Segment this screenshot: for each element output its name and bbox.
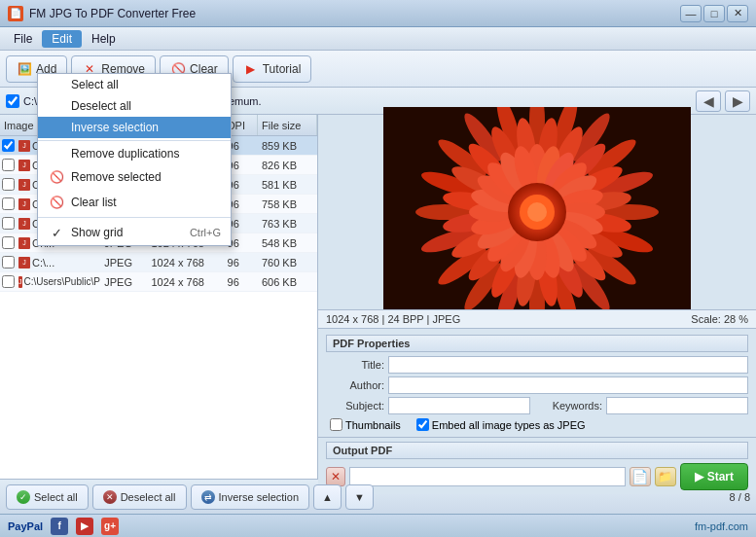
subject-input[interactable]	[388, 397, 530, 414]
row-checkbox[interactable]	[2, 217, 15, 230]
title-label: Title:	[326, 359, 384, 371]
output-folder-button[interactable]: 📁	[655, 467, 676, 486]
props-checks: Thumbnails Embed all image types as JPEG	[326, 418, 748, 431]
preview-panel: 1024 x 768 | 24 BPP | JPEG Scale: 28 % P…	[318, 115, 756, 479]
row-checkbox[interactable]	[2, 275, 15, 288]
website-url[interactable]: fm-pdf.com	[695, 520, 748, 532]
thumbnails-check[interactable]: Thumbnails	[330, 418, 401, 431]
move-up-button[interactable]: ▲	[313, 484, 342, 510]
preview-info-left: 1024 x 768 | 24 BPP | JPEG	[326, 313, 460, 325]
select-all-icon: ✓	[17, 490, 30, 504]
file-icon: J	[18, 198, 30, 210]
shortcut-label: Ctrl+G	[190, 227, 221, 238]
menu-inverse-selection[interactable]: Inverse selection	[38, 117, 231, 138]
deselect-all-icon: ✕	[103, 490, 117, 504]
menu-file[interactable]: File	[4, 30, 42, 48]
preview-info-right: Scale: 28 %	[691, 313, 748, 325]
start-icon: ▶	[695, 470, 703, 483]
inverse-icon: ⇄	[201, 490, 215, 504]
forward-button[interactable]: ▶	[725, 90, 750, 112]
tutorial-icon: ▶	[243, 61, 259, 77]
file-count: 8 / 8	[730, 491, 750, 503]
menu-edit[interactable]: Edit	[42, 30, 82, 48]
keywords-input[interactable]	[606, 397, 748, 414]
table-row[interactable]: JC:\Users\Public\Pictures\Sampl... JPEG …	[0, 272, 317, 292]
youtube-icon[interactable]: ▶	[76, 518, 93, 535]
menu-bar: File Edit Help	[0, 27, 756, 51]
table-row[interactable]: JC:\... JPEG 1024 x 768 96 760 KB	[0, 253, 317, 272]
path-checkbox[interactable]	[6, 94, 19, 108]
output-path-input[interactable]	[349, 467, 626, 486]
output-pdf-icon-button[interactable]: 📄	[630, 467, 651, 486]
file-icon: J	[18, 257, 30, 268]
minimize-button[interactable]: —	[680, 5, 702, 22]
row-checkbox[interactable]	[2, 139, 15, 152]
title-input[interactable]	[388, 356, 748, 374]
author-label: Author:	[326, 379, 384, 391]
file-icon: J	[18, 160, 30, 171]
file-icon: J	[18, 140, 30, 152]
menu-separator-1	[38, 140, 231, 141]
menu-deselect-all[interactable]: Deselect all	[38, 95, 231, 117]
preview-image	[383, 107, 691, 317]
status-bar: PayPal f ▶ g+ fm-pdf.com	[0, 514, 756, 537]
deselect-all-button[interactable]: ✕ Deselect all	[92, 484, 187, 510]
menu-remove-duplications[interactable]: Remove duplications	[38, 143, 231, 164]
title-bar-buttons: — □ ✕	[680, 5, 748, 22]
menu-clear-list[interactable]: 🚫 Clear list	[38, 190, 231, 215]
app-title: FM JPG To PDF Converter Free	[29, 7, 680, 20]
output-pdf-title: Output PDF	[326, 442, 748, 459]
tutorial-button[interactable]: ▶ Tutorial	[233, 55, 312, 83]
row-checkbox[interactable]	[2, 256, 15, 268]
preview-image-area	[318, 115, 756, 309]
inverse-selection-button[interactable]: ⇄ Inverse selection	[191, 484, 310, 510]
clear-list-icon: 🚫	[48, 194, 65, 211]
close-button[interactable]: ✕	[727, 5, 748, 22]
row-checkbox[interactable]	[2, 178, 15, 191]
menu-separator-2	[38, 217, 231, 218]
keywords-label: Keywords:	[534, 400, 602, 412]
row-checkbox[interactable]	[2, 197, 15, 210]
title-bar: 📄 FM JPG To PDF Converter Free — □ ✕	[0, 0, 756, 27]
pdf-properties: PDF Properties Title: Author: Subject: K…	[318, 328, 756, 437]
start-button[interactable]: ▶ Start	[680, 463, 748, 490]
app-icon: 📄	[8, 6, 23, 21]
file-icon: J	[18, 276, 22, 288]
svg-point-67	[527, 202, 547, 222]
file-icon: J	[18, 237, 30, 249]
file-icon: J	[18, 179, 30, 191]
googleplus-icon[interactable]: g+	[101, 518, 119, 535]
back-button[interactable]: ◀	[696, 90, 721, 112]
embed-check[interactable]: Embed all image types as JPEG	[416, 418, 586, 431]
col-filesize-header: File size	[258, 115, 317, 135]
menu-remove-selected[interactable]: 🚫 Remove selected	[38, 164, 231, 190]
pdf-props-title: PDF Properties	[326, 335, 748, 352]
preview-info: 1024 x 768 | 24 BPP | JPEG Scale: 28 %	[318, 309, 756, 328]
facebook-icon[interactable]: f	[51, 518, 68, 535]
select-all-button[interactable]: ✓ Select all	[6, 484, 89, 510]
row-checkbox[interactable]	[2, 236, 15, 249]
file-icon: J	[18, 218, 30, 230]
maximize-button[interactable]: □	[703, 5, 725, 22]
paypal-text: PayPal	[8, 520, 43, 532]
row-checkbox[interactable]	[2, 159, 15, 171]
move-down-button[interactable]: ▼	[345, 484, 374, 510]
edit-dropdown-menu: Select all Deselect all Inverse selectio…	[37, 73, 232, 246]
remove-selected-icon: 🚫	[48, 168, 65, 186]
menu-select-all[interactable]: Select all	[38, 74, 231, 95]
menu-help[interactable]: Help	[82, 30, 126, 48]
author-input[interactable]	[388, 376, 748, 394]
subject-label: Subject:	[326, 400, 384, 412]
menu-show-grid[interactable]: ✓ Show grid Ctrl+G	[38, 220, 231, 245]
check-icon: ✓	[48, 224, 65, 241]
add-icon: 🖼️	[17, 61, 32, 77]
output-pdf: Output PDF ✕ 📄 📁 ▶ Start	[318, 437, 756, 494]
